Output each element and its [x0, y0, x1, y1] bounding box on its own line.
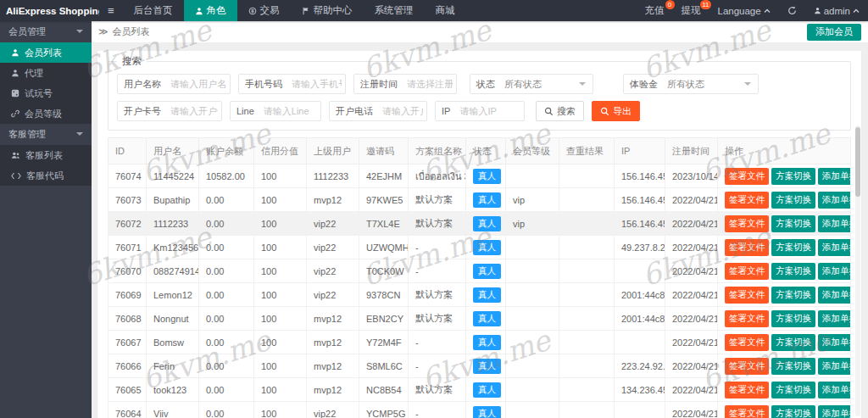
sidebar-item-member-level[interactable]: 会员等级	[0, 103, 92, 124]
op-button-0[interactable]: 签署文件	[725, 239, 769, 256]
table-cell: 2022/04/21 11:01	[665, 236, 718, 259]
op-button-0[interactable]: 签署文件	[725, 287, 769, 304]
reg-time-input[interactable]	[403, 79, 456, 89]
export-button[interactable]: 导出	[592, 101, 640, 121]
op-button-1[interactable]: 方案切换	[771, 405, 815, 418]
op-button-2[interactable]: 添加单控方案	[818, 310, 851, 327]
ip-input[interactable]	[456, 106, 524, 116]
op-button-0[interactable]: 签署文件	[725, 263, 769, 280]
op-button-2[interactable]: 添加单控方案	[818, 263, 851, 280]
refresh-button[interactable]	[779, 0, 805, 21]
op-button-0[interactable]: 签署文件	[725, 192, 769, 209]
line-input[interactable]	[260, 106, 320, 116]
add-member-button[interactable]: 添加会员	[807, 24, 861, 41]
op-button-2[interactable]: 添加单控方案	[818, 215, 851, 232]
op-button-0[interactable]: 签署文件	[725, 405, 769, 418]
status-badge[interactable]: 真人	[473, 382, 501, 398]
status-select-value[interactable]: 所有状态	[501, 78, 576, 91]
sidebar-item-service-code[interactable]: 客服代码	[0, 165, 92, 186]
op-button-2[interactable]: 添加单控方案	[818, 334, 851, 351]
phone-input[interactable]	[288, 79, 345, 89]
breadcrumb-bar: ≫ 会员列表 添加会员	[92, 21, 868, 42]
table-cell-status: 真人	[466, 188, 506, 212]
recharge-link[interactable]: 充值 0	[637, 0, 673, 21]
table-cell-status: 真人	[466, 402, 506, 418]
op-button-0[interactable]: 签署文件	[725, 334, 769, 351]
op-button-2[interactable]: 添加单控方案	[818, 287, 851, 304]
table-cell: 9378CN	[359, 283, 409, 307]
sidebar-item-member-list[interactable]: 会员列表	[0, 42, 92, 63]
bank-phone-input[interactable]	[379, 106, 426, 116]
status-badge[interactable]: 真人	[473, 359, 501, 374]
nav-item-3[interactable]: 帮助中心	[291, 0, 364, 21]
op-button-0[interactable]: 签署文件	[725, 310, 769, 327]
status-badge[interactable]: 真人	[473, 192, 501, 208]
sidebar-item-trial-account[interactable]: 试玩号	[0, 83, 92, 103]
sidebar-group-member-management[interactable]: 会员管理	[0, 21, 92, 42]
table-cell: 2022/04/21 10:18	[665, 402, 718, 418]
chevron-up-icon	[853, 8, 860, 14]
bank-card-input[interactable]	[167, 106, 221, 116]
table-cell: 2001:44c8:42...	[615, 283, 665, 307]
table-cell: 2022/04/21 11:10	[665, 212, 718, 236]
op-button-1[interactable]: 方案切换	[771, 215, 815, 232]
op-button-2[interactable]: 添加单控方案	[818, 168, 851, 185]
table-cell-status: 真人	[466, 259, 506, 283]
dice-icon	[11, 89, 19, 98]
op-button-2[interactable]: 添加单控方案	[818, 405, 851, 418]
table-row: 76065took1230.00100mvp12NC8B54默认方案真人134.…	[108, 378, 851, 402]
vertical-scrollbar[interactable]	[855, 125, 860, 416]
nav-item-4[interactable]: 系统管理	[364, 0, 425, 21]
withdraw-link[interactable]: 提现 11	[673, 0, 709, 21]
status-badge[interactable]: 真人	[473, 240, 501, 255]
sidebar-item-service-list[interactable]: 客服列表	[0, 145, 92, 165]
username-input[interactable]	[167, 79, 230, 89]
op-button-0[interactable]: 签署文件	[725, 215, 769, 232]
op-button-1[interactable]: 方案切换	[771, 192, 815, 209]
nav-item-0[interactable]: 后台首页	[123, 0, 184, 21]
op-button-2[interactable]: 添加单控方案	[818, 239, 851, 256]
table-cell: took123	[147, 378, 199, 402]
op-button-0[interactable]: 签署文件	[725, 168, 769, 185]
field-label: IP	[436, 106, 456, 116]
nav-item-2[interactable]: 交易	[237, 0, 291, 21]
table-cell: 76067	[108, 331, 147, 354]
trial-fund-select-value[interactable]: 所有状态	[664, 78, 741, 91]
op-button-2[interactable]: 添加单控方案	[818, 382, 851, 398]
status-badge[interactable]: 真人	[473, 287, 501, 303]
status-badge[interactable]: 真人	[473, 169, 501, 184]
table-cell: 默认方案	[409, 307, 466, 331]
status-badge[interactable]: 真人	[473, 264, 501, 279]
table-cell: 0.00	[199, 307, 254, 331]
op-button-1[interactable]: 方案切换	[771, 287, 815, 304]
op-button-1[interactable]: 方案切换	[771, 168, 815, 185]
sidebar-item-label: 客服列表	[25, 149, 63, 162]
status-badge[interactable]: 真人	[473, 335, 501, 350]
hamburger-icon[interactable]: ≡	[99, 0, 123, 21]
table-cell: Nongnut	[147, 307, 199, 331]
nav-item-1[interactable]: 角色	[184, 0, 237, 21]
status-badge[interactable]: 真人	[473, 406, 501, 418]
app-window: AliExpress Shopping... ≡ 后台首页角色交易帮助中心系统管…	[0, 0, 868, 418]
op-button-1[interactable]: 方案切换	[771, 358, 815, 375]
sidebar-group-service-management[interactable]: 客服管理	[0, 124, 92, 145]
search-button[interactable]: 搜索	[536, 101, 584, 121]
op-button-1[interactable]: 方案切换	[771, 310, 815, 327]
user-menu[interactable]: admin	[805, 0, 868, 21]
sidebar-item-agent[interactable]: 代理	[0, 63, 92, 83]
op-button-1[interactable]: 方案切换	[771, 382, 815, 398]
op-button-2[interactable]: 添加单控方案	[818, 358, 851, 375]
nav-item-5[interactable]: 商城	[425, 0, 466, 21]
op-button-1[interactable]: 方案切换	[771, 334, 815, 351]
op-button-2[interactable]: 添加单控方案	[818, 192, 851, 209]
scrollbar-thumb[interactable]	[855, 127, 860, 197]
table-cell	[506, 402, 559, 418]
op-button-0[interactable]: 签署文件	[725, 382, 769, 398]
status-badge[interactable]: 真人	[473, 311, 501, 326]
op-button-1[interactable]: 方案切换	[771, 263, 815, 280]
op-button-0[interactable]: 签署文件	[725, 358, 769, 375]
op-button-1[interactable]: 方案切换	[771, 239, 815, 256]
status-badge[interactable]: 真人	[473, 216, 501, 231]
column-header: 用户名	[147, 138, 199, 164]
language-menu[interactable]: Language	[709, 0, 779, 21]
